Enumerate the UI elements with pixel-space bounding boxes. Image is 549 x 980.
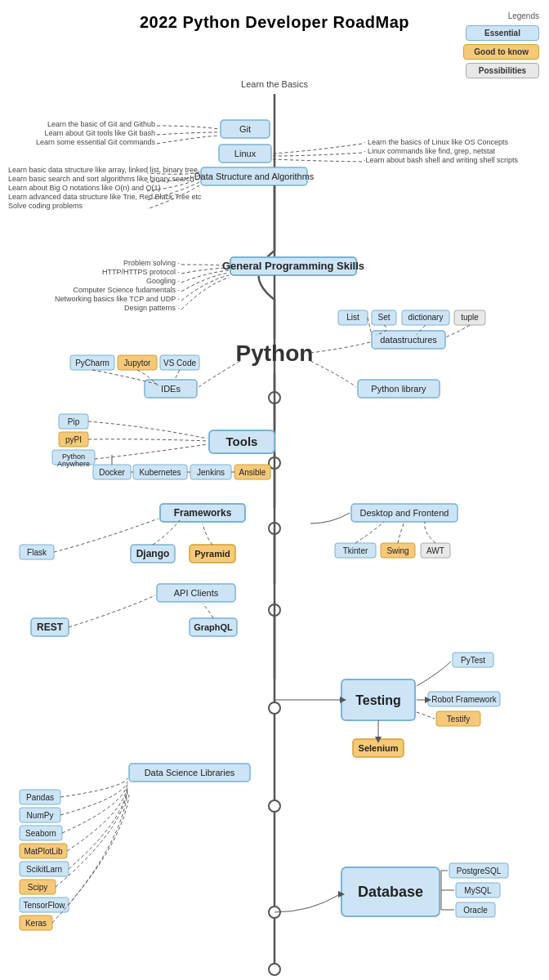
- svg-text:Learn about Big O notations li: Learn about Big O notations like O(n) an…: [8, 184, 161, 192]
- flask-node: Flask: [20, 545, 54, 559]
- svg-point-7: [269, 964, 280, 975]
- svg-text:Googling ·: Googling ·: [146, 277, 180, 285]
- numpy-node: NumPy: [20, 808, 60, 822]
- svg-text:IDEs: IDEs: [161, 384, 181, 394]
- svg-text:Swing: Swing: [386, 546, 408, 555]
- svg-text:Pandas: Pandas: [26, 793, 54, 802]
- swing-node: Swing: [381, 543, 415, 558]
- svg-text:ScikitLarn: ScikitLarn: [26, 865, 62, 874]
- desktop-frontend-node: Desktop and Frontend: [351, 504, 458, 522]
- robot-framework-node: Robot Framework: [428, 692, 500, 706]
- svg-text:GraphQL: GraphQL: [194, 622, 233, 632]
- svg-text:tuple: tuple: [461, 313, 479, 322]
- django-node: Django: [131, 545, 175, 563]
- svg-text:TensorFlow: TensorFlow: [23, 901, 65, 910]
- python-main-label: Python: [236, 341, 314, 366]
- svg-text:pyPI: pyPI: [65, 435, 82, 444]
- svg-text:Selenium: Selenium: [359, 743, 399, 753]
- awt-node: AWT: [421, 543, 450, 558]
- pip-node: Pip: [59, 414, 88, 429]
- svg-text:Pyramid: Pyramid: [194, 549, 230, 559]
- testify-node: Testify: [436, 711, 480, 726]
- linux-node: Linux: [219, 145, 271, 163]
- svg-text:PostgreSQL: PostgreSQL: [457, 866, 502, 875]
- tools-node: Tools: [209, 430, 274, 453]
- learn-basics-label: Learn the Basics: [241, 79, 308, 89]
- general-skills-node: General Programming Skills: [222, 257, 364, 275]
- svg-text:Learn some essential Git comma: Learn some essential Git commands: [36, 138, 156, 146]
- tuple-node: tuple: [454, 310, 485, 325]
- svg-text:Tools: Tools: [226, 434, 258, 448]
- scikitlearn-node: ScikitLarn: [20, 862, 69, 876]
- svg-text:· Linux commands like find, gr: · Linux commands like find, grep, netsta…: [364, 147, 496, 155]
- svg-text:Flask: Flask: [27, 548, 47, 557]
- svg-text:REST: REST: [37, 621, 64, 633]
- tensorflow-node: TensorFlow: [20, 898, 69, 912]
- svg-text:PyCharm: PyCharm: [75, 359, 109, 368]
- vscode-node: VS Code: [160, 355, 199, 370]
- docker-node: Docker: [93, 465, 131, 479]
- tkinter-node: Tkinter: [335, 543, 376, 558]
- svg-text:Learn advanced data structure : Learn advanced data structure like Trie,…: [8, 193, 202, 201]
- svg-text:MySQL: MySQL: [464, 886, 492, 895]
- frameworks-node: Frameworks: [160, 504, 245, 522]
- graphql-node: GraphQL: [190, 618, 237, 636]
- keras-node: Keras: [20, 915, 52, 930]
- svg-text:MatPlotLib: MatPlotLib: [24, 847, 63, 856]
- svg-text:Scipy: Scipy: [28, 883, 47, 892]
- svg-text:Jenkins: Jenkins: [197, 468, 225, 477]
- ides-node: IDEs: [145, 380, 197, 398]
- svg-text:· Learn the basics of Linux li: · Learn the basics of Linux like OS Conc…: [364, 138, 509, 146]
- pandas-node: Pandas: [20, 790, 60, 804]
- database-node: Database: [341, 867, 440, 916]
- svg-text:Computer Science fudamentals ·: Computer Science fudamentals ·: [73, 286, 180, 294]
- git-node: Git: [221, 120, 270, 138]
- legend-label: Legends: [508, 11, 539, 20]
- legend: Legends Essential Good to know Possibili…: [463, 11, 539, 78]
- svg-text:dictionary: dictionary: [408, 313, 444, 322]
- svg-text:Oracle: Oracle: [463, 906, 488, 915]
- svg-text:Testing: Testing: [355, 693, 401, 707]
- svg-text:AWT: AWT: [426, 546, 444, 555]
- pypi-node: pyPI: [59, 432, 88, 447]
- list-node: List: [338, 310, 368, 325]
- svg-text:Problem solving ·: Problem solving ·: [123, 259, 180, 267]
- mysql-node: MySQL: [456, 883, 500, 898]
- svg-text:Seaborn: Seaborn: [25, 829, 56, 838]
- svg-text:Frameworks: Frameworks: [174, 507, 232, 519]
- scipy-node: Scipy: [20, 880, 56, 894]
- svg-text:NumPy: NumPy: [27, 811, 54, 820]
- dsa-node: Data Structure and Algorithms: [194, 167, 315, 185]
- ansible-node: Ansible: [234, 465, 270, 479]
- svg-text:Anywhere: Anywhere: [57, 460, 90, 468]
- svg-text:Docker: Docker: [99, 468, 125, 477]
- python-anywhere-node: Python Anywhere: [52, 450, 95, 468]
- jenkins-node: Jenkins: [190, 465, 231, 479]
- svg-text:Testify: Testify: [447, 715, 470, 724]
- svg-text:Ansible: Ansible: [239, 468, 266, 477]
- svg-text:VS Code: VS Code: [163, 359, 196, 368]
- jupytor-node: Jupytor: [118, 355, 157, 370]
- dictionary-node: dictionary: [402, 310, 449, 325]
- svg-text:datastructures: datastructures: [380, 335, 437, 345]
- svg-text:Data Science Libraries: Data Science Libraries: [145, 768, 235, 777]
- svg-point-4: [269, 702, 280, 714]
- python-library-node: Python library: [358, 380, 440, 398]
- set-node: Set: [372, 310, 396, 325]
- legend-good-to-know: Good to know: [463, 44, 539, 60]
- svg-text:API Clients: API Clients: [174, 588, 219, 598]
- svg-point-5: [269, 800, 280, 812]
- svg-text:General Programming Skills: General Programming Skills: [222, 260, 364, 272]
- oracle-node: Oracle: [456, 902, 495, 917]
- svg-text:PyTest: PyTest: [461, 656, 485, 665]
- data-science-node: Data Science Libraries: [129, 764, 250, 782]
- svg-text:Tkinter: Tkinter: [343, 546, 368, 555]
- svg-text:HTTP/HTTPS protocol ·: HTTP/HTTPS protocol ·: [102, 268, 180, 276]
- svg-text:Keras: Keras: [25, 919, 47, 928]
- svg-text:Learn basic search and sort al: Learn basic search and sort algorithms l…: [8, 175, 194, 183]
- pyramid-node: Pyramid: [190, 545, 235, 563]
- postgresql-node: PostgreSQL: [449, 863, 508, 878]
- svg-text:Desktop and Frontend: Desktop and Frontend: [360, 508, 449, 518]
- svg-text:Database: Database: [358, 884, 423, 900]
- svg-text:List: List: [346, 313, 359, 322]
